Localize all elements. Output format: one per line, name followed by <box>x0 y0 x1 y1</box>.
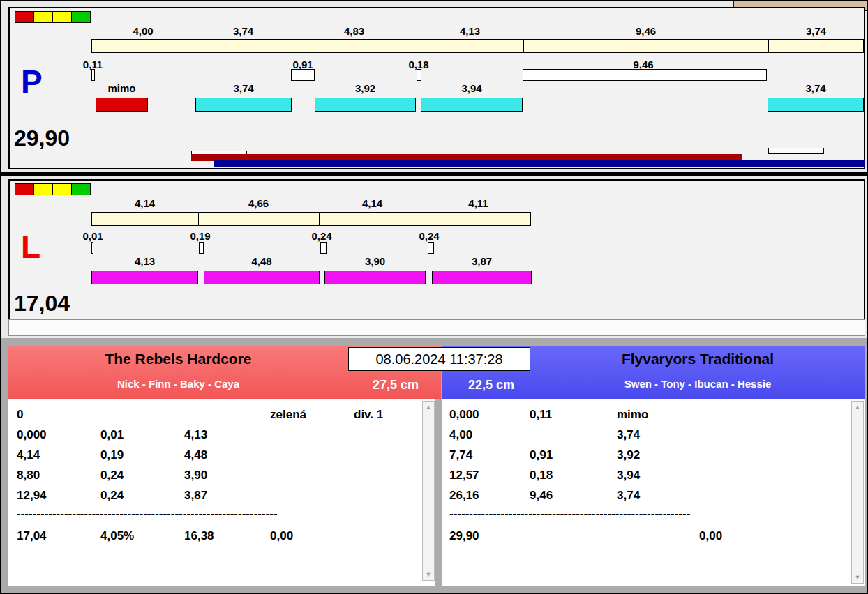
cell: 0,24 <box>100 469 124 482</box>
cell: 12,94 <box>17 489 47 503</box>
status-square-yellow <box>33 183 53 195</box>
scrollbar[interactable]: ▲ ▼ <box>422 401 435 581</box>
gap-bar <box>320 242 327 254</box>
status-square-green <box>71 11 91 23</box>
total-cell: 29,90 <box>449 529 479 543</box>
gap-bar <box>91 242 93 254</box>
results-table-left[interactable]: 0 zelená div. 1 0,000 0,01 4,13 4,14 0,1… <box>8 399 435 586</box>
cell: 3,74 <box>617 428 640 442</box>
gap-label: 0,19 <box>179 230 221 242</box>
gap-label: 0,24 <box>301 230 343 242</box>
cut-bar <box>421 98 523 112</box>
cell: 3,74 <box>617 489 640 503</box>
panel-l: 4,14 4,66 4,14 4,11 0,01 0,19 0,24 0,24 … <box>8 179 865 328</box>
cell: div. 1 <box>354 408 383 422</box>
scroll-down-icon[interactable]: ▼ <box>852 572 863 583</box>
cell: 0,11 <box>530 408 552 422</box>
team-left-name: The Rebels Hardcore <box>8 351 348 367</box>
panel-letter: P <box>21 66 43 98</box>
cell: 12,57 <box>449 469 479 482</box>
status-square-green <box>71 183 91 195</box>
cell: 7,74 <box>449 448 472 462</box>
ruler-bar <box>91 39 864 53</box>
panel-total: 29,90 <box>14 127 70 149</box>
cut-label: 3,74 <box>195 82 292 94</box>
ruler-segment <box>195 40 292 52</box>
cell: zelená <box>270 408 306 422</box>
cell: 4,13 <box>184 428 207 442</box>
segment-label: 4,00 <box>91 25 195 37</box>
cell: 0 <box>17 408 23 422</box>
cell: 3,87 <box>184 489 207 503</box>
cell: 0,18 <box>530 469 553 482</box>
ruler-segment <box>92 213 199 225</box>
cut-bar-mimo <box>96 98 148 112</box>
cut-bar <box>324 271 426 284</box>
segment-label: 4,83 <box>292 25 417 37</box>
cut-label: 3,74 <box>768 82 864 94</box>
scroll-down-icon[interactable]: ▼ <box>423 569 434 580</box>
team-right-name: Flyvaryors Traditional <box>530 351 865 367</box>
status-square-yellow <box>52 11 72 23</box>
cut-bar <box>195 98 292 112</box>
total-cell: 4,05% <box>100 529 134 543</box>
gap-bar <box>428 242 434 254</box>
ruler-segment <box>92 40 195 52</box>
gap-label: 0,24 <box>408 230 450 242</box>
status-square-red <box>15 11 34 23</box>
cut-bar <box>768 98 864 112</box>
cell: mimo <box>617 408 648 422</box>
progress-marker <box>768 148 824 154</box>
segment-label: 9,46 <box>523 25 768 37</box>
team-right-members: Swen - Tony - Ibucan - Hessie <box>530 378 865 390</box>
total-cell: 17,04 <box>17 529 47 543</box>
team-left-members: Nick - Finn - Baky - Caya <box>8 378 348 390</box>
ruler-segment <box>320 213 426 225</box>
total-cell: 16,38 <box>184 529 214 543</box>
panel-p: 4,00 3,74 4,83 4,13 9,46 3,74 0,11 0,91 … <box>8 7 865 169</box>
cell: 0,19 <box>100 448 124 462</box>
ruler-segment <box>199 213 320 225</box>
segment-label: 4,14 <box>91 197 198 209</box>
status-squares <box>15 183 91 195</box>
gap-bar <box>91 69 95 81</box>
timestamp: 08.06.2024 11:37:28 <box>348 347 530 371</box>
scroll-up-icon[interactable]: ▲ <box>423 402 434 413</box>
empty-progress-strip <box>8 319 865 336</box>
scroll-up-icon[interactable]: ▲ <box>852 402 863 413</box>
ruler-segment <box>769 40 865 52</box>
cell: 0,000 <box>449 408 479 422</box>
gap-bar <box>523 69 767 81</box>
cut-label: 3,94 <box>421 82 523 94</box>
app-window: 4,00 3,74 4,83 4,13 9,46 3,74 0,11 0,91 … <box>0 0 868 594</box>
cell: 8,80 <box>17 469 40 482</box>
segment-label: 4,14 <box>319 197 426 209</box>
cell: 4,00 <box>449 428 472 442</box>
panel-total: 17,04 <box>14 292 70 314</box>
cut-bar <box>432 271 532 284</box>
cut-bar <box>204 271 320 284</box>
gap-bar <box>291 69 315 81</box>
gap-bar <box>199 242 204 254</box>
cell: 3,92 <box>617 448 640 462</box>
cell: 0,24 <box>100 489 124 503</box>
ruler-bar <box>91 212 531 226</box>
segment-label: 3,74 <box>195 25 292 37</box>
cut-bar <box>91 271 198 284</box>
cell: 4,48 <box>184 448 207 462</box>
cell: 26,16 <box>449 489 479 503</box>
scrollbar[interactable]: ▲ ▼ <box>851 401 864 584</box>
cell: 4,14 <box>17 448 40 462</box>
ruler-segment <box>292 40 417 52</box>
results-table-right[interactable]: 0,000 0,11 mimo 4,00 3,74 7,74 0,91 3,92… <box>442 399 865 586</box>
panel-letter: L <box>21 231 40 263</box>
cut-label: 3,90 <box>324 255 426 267</box>
segment-label-row: 4,14 4,66 4,14 4,11 <box>91 197 531 210</box>
cell: 0,01 <box>100 428 124 442</box>
separator-dashes: ----------------------------------------… <box>449 507 690 521</box>
total-cell: 0,00 <box>699 529 722 543</box>
ruler-segment <box>524 40 769 52</box>
panel-divider <box>1 172 868 176</box>
segment-label: 4,13 <box>417 25 523 37</box>
ruler-segment <box>417 40 524 52</box>
